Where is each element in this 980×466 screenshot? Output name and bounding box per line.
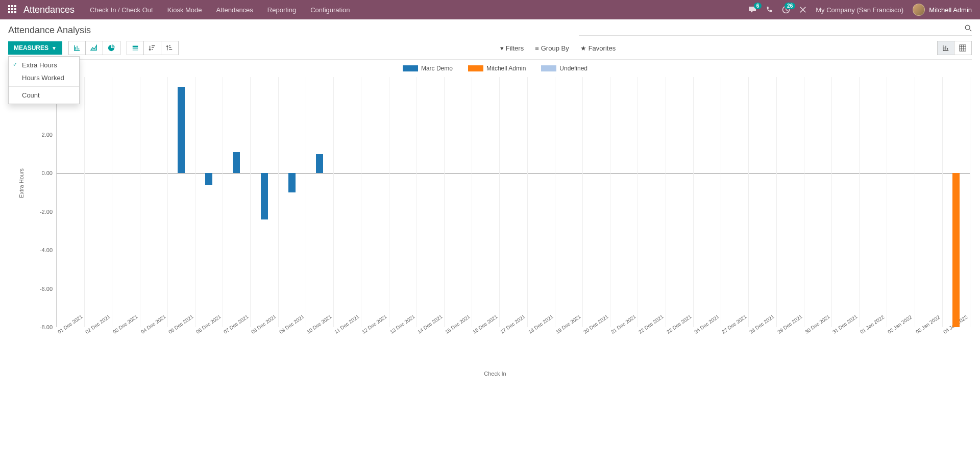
nav-configuration[interactable]: Configuration	[310, 6, 350, 14]
grid-line	[610, 77, 610, 327]
x-tick: 30 Dec 2021	[804, 313, 831, 335]
chart-bar[interactable]	[261, 173, 268, 219]
x-tick: 19 Dec 2021	[555, 313, 582, 335]
stacked-button[interactable]	[127, 41, 144, 55]
grid-line	[527, 77, 528, 327]
grid-line	[278, 77, 279, 327]
grid-line	[416, 77, 417, 327]
y-tick: 0.00	[42, 170, 57, 176]
graph-view-button[interactable]	[937, 41, 954, 55]
phone-icon[interactable]	[766, 6, 773, 13]
sort-asc-button[interactable]	[161, 41, 179, 55]
svg-rect-1	[11, 5, 13, 7]
x-tick: 17 Dec 2021	[499, 313, 526, 335]
grid-line	[361, 77, 361, 327]
legend-label: Marc Demo	[421, 65, 453, 72]
chart-bar[interactable]	[233, 152, 240, 173]
nav-attendances[interactable]: Attendances	[216, 6, 253, 14]
filters-button[interactable]: ▾Filters	[500, 44, 524, 52]
x-tick: 03 Dec 2021	[112, 313, 139, 335]
pivot-view-button[interactable]	[954, 41, 972, 55]
svg-rect-5	[14, 8, 16, 10]
grid-line	[444, 77, 445, 327]
grid-line	[472, 77, 472, 327]
x-tick: 02 Dec 2021	[84, 313, 111, 335]
x-tick: 07 Dec 2021	[223, 313, 250, 335]
nav-kiosk[interactable]: Kiosk Mode	[167, 6, 202, 14]
svg-rect-6	[8, 11, 10, 13]
chart-plot: -8.00-6.00-4.00-2.000.002.004.0001 Dec 2…	[56, 77, 970, 327]
svg-rect-7	[11, 11, 13, 13]
chart-bar[interactable]	[952, 173, 960, 327]
x-tick: 24 Dec 2021	[693, 313, 720, 335]
user-name: Mitchell Admin	[929, 6, 972, 14]
activities-badge: 26	[785, 3, 795, 9]
search-icon[interactable]	[965, 24, 972, 33]
app-title[interactable]: Attendances	[23, 5, 75, 15]
svg-rect-13	[133, 50, 138, 51]
chart-legend: Marc DemoMitchell AdminUndefined	[20, 65, 970, 72]
sort-desc-button[interactable]	[144, 41, 161, 55]
grid-line	[223, 77, 223, 327]
bar-chart-button[interactable]	[68, 41, 86, 55]
grid-line	[693, 77, 694, 327]
svg-rect-8	[14, 11, 16, 13]
grid-line	[112, 77, 112, 327]
grid-line	[831, 77, 832, 327]
caret-down-icon: ▼	[52, 45, 57, 51]
legend-label: Undefined	[559, 65, 587, 72]
x-tick: 03 Jan 2022	[915, 314, 941, 335]
grid-line	[942, 77, 943, 327]
legend-item[interactable]: Undefined	[541, 65, 587, 72]
search-area[interactable]	[579, 24, 972, 36]
chart-bar[interactable]	[288, 173, 296, 192]
x-tick: 01 Jan 2022	[859, 314, 885, 335]
main-navbar: Attendances Check In / Check Out Kiosk M…	[0, 0, 980, 19]
x-tick: 01 Dec 2021	[57, 313, 84, 335]
favorites-button[interactable]: ★Favorites	[580, 44, 616, 52]
activities-icon[interactable]: 26	[782, 6, 790, 14]
grid-line	[389, 77, 389, 327]
svg-rect-2	[14, 5, 16, 7]
apps-icon[interactable]	[8, 5, 17, 14]
nav-reporting[interactable]: Reporting	[267, 6, 296, 14]
user-avatar	[913, 4, 925, 16]
chart-bar[interactable]	[316, 154, 323, 174]
grid-line	[887, 77, 887, 327]
nav-checkin[interactable]: Check In / Check Out	[90, 6, 153, 14]
legend-label: Mitchell Admin	[486, 65, 526, 72]
measures-button[interactable]: MEASURES ▼	[8, 41, 62, 55]
star-icon: ★	[580, 44, 586, 52]
legend-item[interactable]: Marc Demo	[403, 65, 453, 72]
x-tick: 13 Dec 2021	[389, 313, 416, 335]
messages-icon[interactable]: 6	[748, 6, 756, 14]
measure-hours-worked[interactable]: Hours Worked	[9, 71, 79, 84]
measure-extra-hours[interactable]: Extra Hours	[9, 59, 79, 71]
legend-swatch	[403, 65, 418, 71]
grid-line	[859, 77, 860, 327]
debug-icon[interactable]	[799, 6, 806, 13]
grid-line	[333, 77, 334, 327]
x-tick: 27 Dec 2021	[721, 313, 748, 335]
x-tick: 15 Dec 2021	[444, 313, 471, 335]
y-axis-label: Extra Hours	[18, 168, 24, 198]
x-tick: 09 Dec 2021	[278, 313, 305, 335]
grid-line	[721, 77, 721, 327]
company-selector[interactable]: My Company (San Francisco)	[816, 6, 903, 14]
legend-item[interactable]: Mitchell Admin	[468, 65, 526, 72]
chart-bar[interactable]	[178, 87, 185, 174]
x-tick: 21 Dec 2021	[610, 313, 637, 335]
chart-bar[interactable]	[205, 173, 212, 185]
user-menu[interactable]: Mitchell Admin	[913, 4, 972, 16]
x-tick: 06 Dec 2021	[195, 313, 222, 335]
measure-count[interactable]: Count	[9, 89, 79, 102]
line-chart-button[interactable]	[86, 41, 103, 55]
x-tick: 08 Dec 2021	[250, 313, 277, 335]
control-panel: Attendance Analysis MEASURES ▼ Extra Hou…	[0, 19, 980, 60]
legend-swatch	[541, 65, 556, 71]
grid-line	[666, 77, 666, 327]
groupby-button[interactable]: ≡Group By	[535, 44, 569, 52]
pie-chart-button[interactable]	[103, 41, 120, 55]
grid-line	[638, 77, 638, 327]
nav-menu: Check In / Check Out Kiosk Mode Attendan…	[90, 6, 748, 14]
